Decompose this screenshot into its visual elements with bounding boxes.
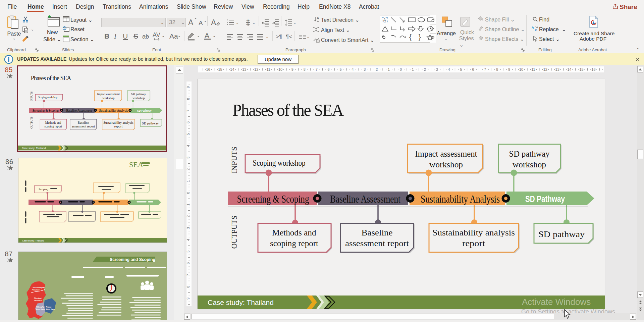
svg-text:assessment report: assessment report (72, 125, 95, 128)
svg-text:A: A (383, 18, 386, 22)
svg-text:14: 14 (567, 67, 571, 71)
svg-text:report: report (114, 125, 123, 128)
svg-text:7: 7 (186, 274, 190, 276)
svg-text:5: 5 (339, 67, 341, 71)
svg-text:8: 8 (304, 67, 306, 71)
svg-text:9: 9 (186, 86, 190, 88)
svg-text:5: 5 (186, 251, 190, 253)
svg-text:12: 12 (543, 67, 547, 71)
svg-text:Case study: Thailand: Case study: Thailand (22, 147, 46, 150)
svg-text:Screening and Scoping: Screening and Scoping (110, 257, 155, 262)
svg-text:5: 5 (460, 67, 462, 71)
svg-text:Baseline: Baseline (77, 121, 89, 124)
svg-text:6: 6 (328, 67, 330, 71)
svg-text:Sustainability analysis: Sustainability analysis (103, 121, 133, 124)
svg-text:4: 4 (186, 239, 190, 241)
svg-text:SD pathway: SD pathway (509, 149, 550, 158)
svg-text:report: report (462, 238, 485, 248)
svg-text:assessment report: assessment report (345, 238, 409, 248)
svg-text:9: 9 (186, 298, 190, 300)
svg-text:Sustainability Analysis: Sustainability Analysis (99, 108, 128, 112)
svg-text:7: 7 (316, 67, 318, 71)
svg-text:workshop: workshop (102, 96, 115, 100)
svg-text:1: 1 (412, 67, 414, 71)
svg-text:1: 1 (388, 67, 390, 71)
svg-text:Methods and: Methods and (272, 228, 316, 237)
svg-text:Sustainability Analysis: Sustainability Analysis (421, 193, 500, 205)
svg-text:Scoping: Scoping (39, 188, 48, 191)
svg-text:1: 1 (186, 204, 190, 206)
svg-text:9: 9 (508, 67, 510, 71)
svg-text:6: 6 (186, 121, 190, 123)
svg-text:Scoping workshop: Scoping workshop (38, 96, 57, 99)
svg-text:SD Pathway: SD Pathway (137, 109, 152, 112)
svg-text:workshop: workshop (513, 160, 546, 169)
svg-text:River Basin: River Basin (36, 308, 45, 310)
svg-text:SD pathway: SD pathway (142, 122, 159, 125)
svg-text:Screening & Scoping: Screening & Scoping (33, 108, 59, 112)
svg-text:Case study: Thailand: Case study: Thailand (208, 299, 274, 306)
svg-text:8: 8 (186, 98, 190, 100)
svg-text:15: 15 (579, 67, 583, 71)
svg-text:A: A (317, 16, 319, 20)
svg-text:11: 11 (531, 67, 535, 71)
svg-text:c: c (535, 28, 537, 32)
svg-text:{: { (409, 33, 412, 41)
svg-text:workshop: workshop (429, 160, 463, 169)
svg-text:7: 7 (484, 67, 486, 71)
svg-text:SD pathway: SD pathway (131, 92, 146, 96)
svg-text:Khlong Yai: Khlong Yai (36, 306, 45, 308)
svg-text:13: 13 (555, 67, 559, 71)
svg-text:INPUTS: INPUTS (30, 91, 33, 101)
svg-text:5: 5 (186, 133, 190, 135)
svg-text:2: 2 (186, 215, 190, 217)
svg-text:3: 3 (436, 67, 438, 71)
svg-text:0: 0 (400, 67, 402, 71)
svg-text:2: 2 (424, 67, 426, 71)
svg-text:Screening & Scoping: Screening & Scoping (237, 193, 309, 205)
svg-text:10: 10 (519, 67, 523, 71)
svg-text:8: 8 (496, 67, 498, 71)
svg-text:3: 3 (186, 227, 190, 229)
svg-text:Methods and: Methods and (45, 121, 61, 124)
svg-text:13: 13 (242, 67, 246, 71)
svg-text:SEA: SEA (129, 160, 143, 169)
svg-text:1: 1 (186, 180, 190, 182)
svg-text:Baseline Assessment: Baseline Assessment (66, 108, 92, 112)
svg-text:River Basin: River Basin (46, 308, 55, 310)
svg-text:OUTPUTS: OUTPUTS (230, 216, 238, 249)
svg-text:Baseline: Baseline (362, 228, 393, 237)
svg-text:4: 4 (352, 67, 354, 71)
svg-text:SD pathway: SD pathway (538, 229, 585, 239)
svg-text:INPUTS: INPUTS (230, 147, 238, 173)
svg-text:2: 2 (186, 168, 190, 170)
svg-text:Province: Province (32, 289, 40, 291)
svg-text:4: 4 (448, 67, 450, 71)
svg-text:OUTPUTS: OUTPUTS (30, 116, 33, 128)
svg-text:Phases of the SEA: Phases of the SEA (232, 101, 344, 119)
svg-text:Baseline Assessment: Baseline Assessment (330, 193, 400, 205)
svg-text:12: 12 (254, 67, 258, 71)
svg-text:Chachoengsao: Chachoengsao (32, 286, 45, 288)
svg-text:SD Pathway: SD Pathway (525, 194, 565, 204)
svg-text:14: 14 (230, 67, 234, 71)
svg-text:b: b (532, 26, 534, 30)
svg-text:10: 10 (278, 67, 282, 71)
svg-text:16: 16 (206, 67, 210, 71)
svg-text:Sustainability analysis: Sustainability analysis (432, 228, 515, 237)
svg-text:6: 6 (472, 67, 474, 71)
svg-text:Impact assessment: Impact assessment (97, 92, 120, 96)
svg-text:Case study: Thailand: Case study: Thailand (22, 239, 44, 242)
svg-text:}: } (419, 33, 421, 41)
svg-text:3: 3 (364, 67, 366, 71)
svg-text:scoping report: scoping report (44, 125, 62, 128)
svg-text:15: 15 (218, 67, 222, 71)
svg-text:11: 11 (266, 67, 270, 71)
svg-text:Scoping workshop: Scoping workshop (253, 158, 306, 167)
svg-text:4: 4 (186, 145, 190, 147)
svg-text:scoping report: scoping report (270, 238, 319, 248)
svg-text:Phases of the SEA: Phases of the SEA (31, 75, 71, 82)
svg-text:0: 0 (186, 192, 190, 194)
svg-text:9: 9 (291, 67, 293, 71)
svg-text:8: 8 (186, 286, 190, 288)
